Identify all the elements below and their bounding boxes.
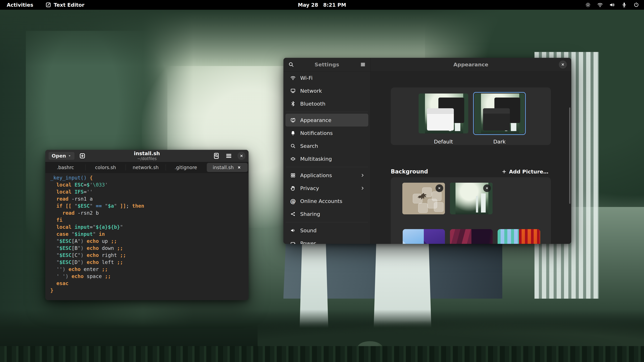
editor-title-box: install.sh ~/dotfiles bbox=[134, 151, 160, 161]
editor-tab-install-sh[interactable]: install.sh bbox=[207, 163, 248, 172]
add-picture-button[interactable]: Add Picture… bbox=[499, 167, 551, 176]
top-bar: Activities Text Editor May 28 8:21 PM bbox=[0, 0, 644, 10]
sidebar-item-wi-fi[interactable]: Wi-Fi bbox=[286, 71, 368, 84]
style-option-default[interactable]: Default bbox=[417, 92, 470, 145]
microphone-icon[interactable] bbox=[621, 2, 627, 8]
activities-button[interactable]: Activities bbox=[4, 2, 36, 8]
document-path: ~/dotfiles bbox=[134, 156, 160, 161]
volume-icon[interactable] bbox=[609, 2, 615, 8]
tab-close-icon[interactable] bbox=[237, 165, 242, 170]
sidebar-separator bbox=[286, 167, 368, 167]
sidebar-item-label: Sharing bbox=[300, 211, 320, 217]
sidebar-item-sharing[interactable]: Sharing bbox=[286, 207, 368, 220]
bluetooth-icon bbox=[290, 101, 296, 107]
multitasking-icon bbox=[290, 156, 296, 162]
share-icon bbox=[290, 211, 296, 217]
sidebar-item-applications[interactable]: Applications bbox=[286, 169, 368, 182]
background-heading: Background bbox=[391, 168, 428, 175]
sidebar-item-online-accounts[interactable]: @Online Accounts bbox=[286, 195, 368, 207]
wallpaper-grass bbox=[0, 346, 644, 362]
sidebar-item-label: Search bbox=[300, 143, 318, 149]
at-icon: @ bbox=[290, 198, 296, 204]
focused-app-button[interactable]: Text Editor bbox=[43, 1, 87, 8]
clock-time: 8:21 PM bbox=[323, 2, 346, 8]
sidebar-item-network[interactable]: Network bbox=[286, 84, 368, 97]
sidebar-item-label: Multitasking bbox=[300, 156, 332, 162]
code-line: } bbox=[50, 287, 248, 294]
panel-title: Appearance bbox=[454, 61, 488, 67]
clock-button[interactable]: May 28 8:21 PM bbox=[298, 2, 346, 8]
code-line: read -rsn1 a bbox=[50, 195, 248, 202]
search-icon[interactable] bbox=[288, 61, 294, 67]
background-thumbnail-forest-waterfall[interactable] bbox=[450, 183, 492, 214]
power-symbol-icon[interactable] bbox=[633, 2, 639, 8]
sidebar-item-power[interactable]: Power bbox=[286, 237, 368, 244]
close-icon bbox=[238, 152, 246, 160]
sidebar-item-multitasking[interactable]: Multitasking bbox=[286, 152, 368, 165]
menu-icon[interactable] bbox=[225, 152, 232, 160]
plus-icon bbox=[502, 169, 507, 174]
style-option-label: Dark bbox=[473, 139, 526, 145]
sidebar-item-appearance[interactable]: Appearance bbox=[286, 114, 368, 126]
clock-date: May 28 bbox=[298, 2, 318, 8]
panel-scrollbar[interactable] bbox=[569, 107, 570, 204]
wifi-icon[interactable] bbox=[597, 2, 603, 8]
editor-tab-gitignore[interactable]: .gitignore bbox=[166, 162, 206, 173]
network-icon bbox=[290, 88, 296, 94]
brightness-icon[interactable] bbox=[585, 2, 591, 8]
add-picture-label: Add Picture… bbox=[509, 169, 548, 175]
sidebar-separator bbox=[286, 222, 368, 222]
chevron-right-icon bbox=[360, 173, 365, 178]
tab-label: install.sh bbox=[213, 165, 234, 170]
background-thumbnail-blue-purple-geometric[interactable] bbox=[403, 229, 445, 244]
editor-close-button[interactable] bbox=[238, 152, 246, 160]
editor-tab-bashrc[interactable]: .bashrc bbox=[45, 162, 85, 173]
system-tray[interactable] bbox=[585, 2, 639, 8]
sidebar-item-label: Privacy bbox=[300, 185, 319, 191]
code-line: ' ') echo space ;; bbox=[50, 273, 248, 280]
style-thumbnail-default[interactable] bbox=[417, 92, 470, 135]
apps-icon bbox=[290, 172, 296, 178]
code-line: "$ESC[D") echo left ;; bbox=[50, 259, 248, 266]
sidebar-headerbar: Settings bbox=[284, 58, 370, 71]
sidebar-item-notifications[interactable]: Notifications bbox=[286, 126, 368, 139]
edit-icon bbox=[45, 2, 51, 8]
open-button[interactable]: Open bbox=[49, 152, 74, 160]
editor-tab-colors-sh[interactable]: colors.sh bbox=[85, 162, 126, 173]
code-line: esac bbox=[50, 280, 248, 287]
close-icon bbox=[559, 60, 567, 68]
tab-label: colors.sh bbox=[95, 165, 116, 170]
code-line: "$ESC[A") echo up ;; bbox=[50, 238, 248, 245]
sidebar-item-label: Applications bbox=[300, 172, 332, 178]
background-thumbnail-tiles-dragon[interactable] bbox=[402, 183, 445, 214]
sidebar-item-search[interactable]: Search bbox=[286, 139, 368, 152]
remove-background-button[interactable] bbox=[483, 184, 491, 192]
settings-close-button[interactable] bbox=[559, 60, 567, 68]
style-option-label: Default bbox=[417, 139, 470, 145]
sidebar-item-bluetooth[interactable]: Bluetooth bbox=[286, 97, 368, 110]
background-thumbnail-blue-orange-drips[interactable] bbox=[498, 229, 540, 244]
style-thumbnail-dark[interactable] bbox=[473, 92, 526, 135]
wifi-icon bbox=[290, 75, 296, 81]
code-line: _key_input() { bbox=[50, 174, 248, 181]
panel-content: Style DefaultDark Background Add Picture… bbox=[370, 71, 571, 244]
focused-app-label: Text Editor bbox=[54, 2, 84, 8]
style-option-dark[interactable]: Dark bbox=[473, 92, 526, 145]
tab-label: .bashrc bbox=[57, 165, 74, 170]
document-title: install.sh bbox=[134, 151, 160, 157]
remove-background-button[interactable] bbox=[436, 184, 443, 192]
primary-menu-icon[interactable] bbox=[360, 61, 366, 67]
background-thumbnail-maroon-red-waves[interactable] bbox=[450, 229, 493, 244]
code-line: '') echo enter ;; bbox=[50, 266, 248, 273]
sidebar-item-privacy[interactable]: Privacy bbox=[286, 182, 368, 195]
sidebar-item-label: Power bbox=[300, 240, 316, 244]
code-editor[interactable]: _key_input() { local ESC=$'\033' local I… bbox=[45, 173, 248, 300]
code-line: local IFS='' bbox=[50, 188, 248, 195]
sidebar-item-sound[interactable]: Sound bbox=[286, 224, 368, 237]
editor-tab-network-sh[interactable]: network.sh bbox=[126, 162, 166, 173]
sidebar-item-label: Online Accounts bbox=[300, 198, 342, 204]
sidebar-item-label: Wi-Fi bbox=[300, 75, 312, 81]
sidebar-item-label: Notifications bbox=[300, 130, 333, 136]
document-search-icon[interactable] bbox=[213, 152, 220, 160]
new-tab-button[interactable] bbox=[79, 152, 86, 159]
